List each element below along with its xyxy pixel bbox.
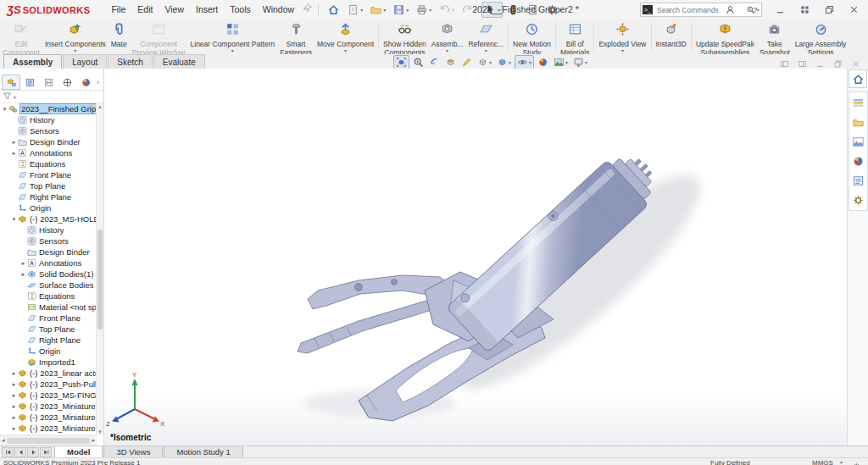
panel-tab-propertymanager[interactable] xyxy=(20,75,39,90)
edit-appearance-button[interactable] xyxy=(536,56,550,69)
tree-item[interactable]: History xyxy=(0,224,97,235)
tree-item[interactable]: Sensors xyxy=(0,125,97,136)
tree-item[interactable]: Material <not specif xyxy=(0,302,97,313)
tab-evaluate[interactable]: Evaluate xyxy=(153,54,205,69)
zoom-to-fit-button[interactable] xyxy=(393,55,409,69)
caret-icon[interactable]: ▾ xyxy=(383,7,386,13)
status-options-icon[interactable] xyxy=(853,458,860,465)
tree-item[interactable]: ▸Design Binder xyxy=(0,136,97,147)
smart-fasteners-button[interactable]: Smart Fasteners xyxy=(277,19,314,54)
tree-item[interactable]: ▸Solid Bodies(1) xyxy=(0,268,97,280)
tree-vertical-scrollbar[interactable]: ▲ ▼ xyxy=(96,103,103,435)
caret-icon[interactable]: ▾ xyxy=(446,49,448,53)
mate-button[interactable]: Mate xyxy=(108,19,130,54)
hide-show-items-button[interactable]: ▾ xyxy=(515,55,534,69)
caret-icon[interactable]: ▾ xyxy=(231,49,234,53)
menu-tools[interactable]: Tools xyxy=(224,2,257,17)
expander-icon[interactable]: ▸ xyxy=(10,425,18,432)
expander-icon[interactable]: ▸ xyxy=(10,392,18,399)
tree-item[interactable]: ▸(-) 2023_Push-Pull Plate_ xyxy=(0,379,97,390)
tab-3d-views[interactable]: 3D Views xyxy=(103,446,163,458)
tree-item[interactable]: ▾(-) 2023_MS-HOLDER_1 xyxy=(0,213,97,224)
bill-of-materials-button[interactable]: Bill of Materials xyxy=(558,19,592,54)
view-palette-tab[interactable] xyxy=(849,132,868,151)
tab-motion-study-1[interactable]: Motion Study 1 xyxy=(164,446,242,458)
panel-tab-featuremanager-tree[interactable] xyxy=(2,75,20,90)
tree-item[interactable]: Equations xyxy=(0,291,97,302)
scroll-up-icon[interactable]: ▲ xyxy=(97,104,103,109)
display-style-button[interactable]: ▾ xyxy=(495,56,513,69)
scrollbar-thumb[interactable] xyxy=(7,438,91,444)
expander-icon[interactable]: ▾ xyxy=(10,216,18,223)
show-hidden-components-button[interactable]: Show Hidden Components xyxy=(381,19,429,54)
menu-insert[interactable]: Insert xyxy=(190,2,224,17)
nav-next-button[interactable] xyxy=(27,447,39,457)
menu-window[interactable]: Window xyxy=(257,2,300,17)
referenc-button[interactable]: Referenc...▾ xyxy=(465,19,506,54)
expander-icon[interactable]: ▸ xyxy=(10,139,18,146)
tree-item[interactable]: Origin xyxy=(0,346,97,357)
new-document-button[interactable]: ▾ xyxy=(344,2,365,18)
tree-item[interactable]: Right Plane xyxy=(0,191,97,202)
caret-icon[interactable]: ▾ xyxy=(509,59,511,65)
expander-icon[interactable]: ▸ xyxy=(10,370,18,377)
caret-icon[interactable]: ▾ xyxy=(489,59,492,65)
panel-tab-configurationmanager[interactable] xyxy=(39,75,58,90)
tree-item[interactable]: Front Plane xyxy=(0,313,97,324)
tree-item[interactable]: Top Plane xyxy=(0,324,97,335)
nav-last-button[interactable] xyxy=(40,447,52,457)
caret-icon[interactable]: ▾ xyxy=(621,49,624,53)
expander-icon[interactable]: ▾ xyxy=(1,106,8,113)
large-assembly-settings-button[interactable]: Large Assembly Settings xyxy=(793,19,849,54)
save-button[interactable]: ▾ xyxy=(390,2,411,18)
caret-icon[interactable]: ▾ xyxy=(585,59,587,65)
panel-drag-handle[interactable]: ⋯ xyxy=(0,69,103,75)
custom-properties-tab[interactable] xyxy=(849,171,868,190)
tree-item[interactable]: Imported1 xyxy=(0,357,97,368)
tree-horizontal-scrollbar[interactable]: ◂ ▸ xyxy=(0,435,97,446)
caret-icon[interactable]: ▾ xyxy=(485,49,487,53)
take-snapshot-button[interactable]: Take Snapshot xyxy=(757,19,793,54)
assemb-button[interactable]: Assemb...▾ xyxy=(429,19,466,54)
sw-resources-tab[interactable] xyxy=(849,69,867,88)
scroll-right-icon[interactable]: ▸ xyxy=(92,437,95,444)
tree-item[interactable]: Surface Bodies xyxy=(0,280,97,291)
tree-item[interactable]: Right Plane xyxy=(0,335,97,346)
panel-tab-displaymanager[interactable] xyxy=(76,75,95,90)
menu-file[interactable]: File xyxy=(105,2,131,17)
exploded-view-button[interactable]: Exploded View▾ xyxy=(596,19,648,54)
caret-icon[interactable]: ▾ xyxy=(74,49,76,53)
restore-icon[interactable] xyxy=(817,2,842,18)
expander-icon[interactable]: ▸ xyxy=(10,381,18,388)
panel-tab-dimxpertmanager[interactable] xyxy=(58,75,76,90)
tree-item[interactable]: ▾2023__Finished Gripper2 (D xyxy=(0,103,97,114)
tree-item[interactable]: Origin xyxy=(0,202,97,213)
move-component-button[interactable]: Move Component▾ xyxy=(314,19,376,54)
linear-component-pattern-button[interactable]: Linear Component Pattern▾ xyxy=(188,19,278,54)
nav-prev-button[interactable] xyxy=(14,447,26,457)
expander-icon[interactable]: ▸ xyxy=(10,414,18,421)
dynamic-annotation-views-button[interactable] xyxy=(459,56,474,69)
tab-layout[interactable]: Layout xyxy=(63,54,107,69)
minimize-icon[interactable] xyxy=(768,2,793,18)
appearances-scenes-tab[interactable] xyxy=(849,152,868,170)
tab-model[interactable]: Model xyxy=(54,446,103,458)
tree-item[interactable]: Sensors xyxy=(0,235,97,246)
instant3d-button[interactable]: Instant3D xyxy=(654,19,689,54)
view-orientation-button[interactable]: ▾ xyxy=(476,56,493,69)
help-icon[interactable]: ? xyxy=(743,1,768,18)
expander-icon[interactable]: ▸ xyxy=(10,403,18,410)
filter-caret-icon[interactable]: ▾ xyxy=(14,94,16,100)
tree-item[interactable]: Equations xyxy=(0,158,97,169)
tree-item[interactable]: History xyxy=(0,114,97,125)
tree-item[interactable]: ▸Annotations xyxy=(0,147,97,158)
caret-icon[interactable]: ▾ xyxy=(406,7,409,13)
tab-assembly[interactable]: Assembly xyxy=(3,54,62,69)
scrollbar-thumb[interactable] xyxy=(97,230,103,329)
tree-item[interactable]: Design Binder xyxy=(0,246,97,257)
menu-view[interactable]: View xyxy=(159,2,190,17)
tree-item[interactable]: ▸(-) 2023_MS-FINGER_1< xyxy=(0,390,97,401)
expander-icon[interactable]: ▸ xyxy=(10,150,18,157)
expander-icon[interactable]: ▸ xyxy=(19,271,27,278)
graphics-viewport[interactable]: Y X Z *Isometric xyxy=(104,69,848,446)
